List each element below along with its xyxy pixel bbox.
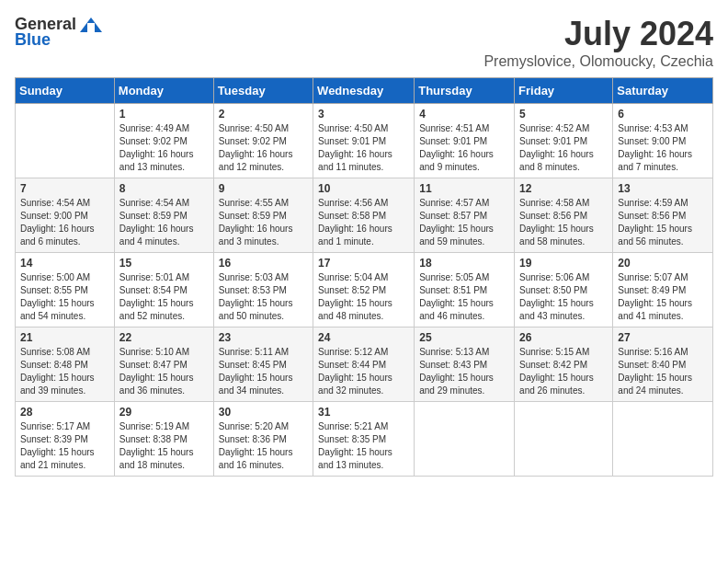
day-info: Sunrise: 4:58 AM Sunset: 8:56 PM Dayligh… bbox=[519, 197, 608, 248]
calendar-cell: 13Sunrise: 4:59 AM Sunset: 8:56 PM Dayli… bbox=[613, 178, 713, 253]
header-day-thursday: Thursday bbox=[415, 78, 515, 104]
day-number: 21 bbox=[20, 331, 109, 344]
calendar-week-row: 14Sunrise: 5:00 AM Sunset: 8:55 PM Dayli… bbox=[16, 253, 713, 327]
calendar-cell: 2Sunrise: 4:50 AM Sunset: 9:02 PM Daylig… bbox=[213, 104, 313, 178]
calendar-cell: 8Sunrise: 4:54 AM Sunset: 8:59 PM Daylig… bbox=[114, 178, 213, 253]
day-number: 23 bbox=[219, 331, 308, 344]
day-info: Sunrise: 4:55 AM Sunset: 8:59 PM Dayligh… bbox=[219, 197, 308, 248]
calendar-cell: 22Sunrise: 5:10 AM Sunset: 8:47 PM Dayli… bbox=[114, 327, 213, 402]
day-info: Sunrise: 5:16 AM Sunset: 8:40 PM Dayligh… bbox=[618, 346, 708, 397]
day-info: Sunrise: 5:19 AM Sunset: 8:38 PM Dayligh… bbox=[119, 420, 209, 472]
day-number: 28 bbox=[20, 406, 109, 419]
day-number: 9 bbox=[219, 182, 308, 195]
day-info: Sunrise: 5:10 AM Sunset: 8:47 PM Dayligh… bbox=[119, 346, 209, 397]
day-info: Sunrise: 4:51 AM Sunset: 9:01 PM Dayligh… bbox=[419, 122, 509, 174]
calendar-cell: 9Sunrise: 4:55 AM Sunset: 8:59 PM Daylig… bbox=[213, 178, 313, 253]
calendar-cell: 20Sunrise: 5:07 AM Sunset: 8:49 PM Dayli… bbox=[613, 253, 713, 327]
calendar-cell: 7Sunrise: 4:54 AM Sunset: 9:00 PM Daylig… bbox=[16, 178, 115, 253]
day-info: Sunrise: 5:01 AM Sunset: 8:54 PM Dayligh… bbox=[119, 271, 209, 323]
calendar-cell: 29Sunrise: 5:19 AM Sunset: 8:38 PM Dayli… bbox=[114, 402, 213, 477]
day-info: Sunrise: 4:54 AM Sunset: 8:59 PM Dayligh… bbox=[119, 197, 209, 248]
day-info: Sunrise: 5:04 AM Sunset: 8:52 PM Dayligh… bbox=[318, 271, 409, 323]
calendar-cell: 27Sunrise: 5:16 AM Sunset: 8:40 PM Dayli… bbox=[613, 327, 713, 402]
calendar-cell: 16Sunrise: 5:03 AM Sunset: 8:53 PM Dayli… bbox=[213, 253, 313, 327]
calendar-cell: 17Sunrise: 5:04 AM Sunset: 8:52 PM Dayli… bbox=[313, 253, 415, 327]
header-day-tuesday: Tuesday bbox=[213, 78, 313, 104]
day-info: Sunrise: 4:57 AM Sunset: 8:57 PM Dayligh… bbox=[419, 197, 509, 248]
page-header: General Blue July 2024 Premyslovice, Olo… bbox=[15, 15, 713, 70]
calendar-cell: 26Sunrise: 5:15 AM Sunset: 8:42 PM Dayli… bbox=[515, 327, 613, 402]
day-info: Sunrise: 5:07 AM Sunset: 8:49 PM Dayligh… bbox=[618, 271, 708, 323]
calendar-cell: 21Sunrise: 5:08 AM Sunset: 8:48 PM Dayli… bbox=[16, 327, 115, 402]
calendar-cell: 1Sunrise: 4:49 AM Sunset: 9:02 PM Daylig… bbox=[114, 104, 213, 178]
day-number: 29 bbox=[119, 406, 209, 419]
calendar-cell: 31Sunrise: 5:21 AM Sunset: 8:35 PM Dayli… bbox=[313, 402, 415, 477]
day-info: Sunrise: 5:20 AM Sunset: 8:36 PM Dayligh… bbox=[219, 420, 308, 472]
day-number: 2 bbox=[219, 108, 308, 121]
day-info: Sunrise: 5:06 AM Sunset: 8:50 PM Dayligh… bbox=[519, 271, 608, 323]
day-number: 26 bbox=[519, 331, 608, 344]
day-number: 24 bbox=[318, 331, 409, 344]
calendar-table: SundayMondayTuesdayWednesdayThursdayFrid… bbox=[15, 77, 713, 477]
calendar-title: July 2024 bbox=[483, 15, 713, 53]
svg-rect-1 bbox=[87, 23, 95, 32]
day-info: Sunrise: 4:52 AM Sunset: 9:01 PM Dayligh… bbox=[519, 122, 608, 174]
day-info: Sunrise: 5:21 AM Sunset: 8:35 PM Dayligh… bbox=[318, 420, 409, 472]
calendar-cell: 18Sunrise: 5:05 AM Sunset: 8:51 PM Dayli… bbox=[415, 253, 515, 327]
calendar-cell bbox=[415, 402, 515, 477]
calendar-cell: 11Sunrise: 4:57 AM Sunset: 8:57 PM Dayli… bbox=[415, 178, 515, 253]
calendar-cell: 19Sunrise: 5:06 AM Sunset: 8:50 PM Dayli… bbox=[515, 253, 613, 327]
calendar-cell: 4Sunrise: 4:51 AM Sunset: 9:01 PM Daylig… bbox=[415, 104, 515, 178]
day-number: 13 bbox=[618, 182, 708, 195]
day-number: 8 bbox=[119, 182, 209, 195]
day-info: Sunrise: 5:08 AM Sunset: 8:48 PM Dayligh… bbox=[20, 346, 109, 397]
calendar-week-row: 28Sunrise: 5:17 AM Sunset: 8:39 PM Dayli… bbox=[16, 402, 713, 477]
day-number: 5 bbox=[519, 108, 608, 121]
day-info: Sunrise: 5:12 AM Sunset: 8:44 PM Dayligh… bbox=[318, 346, 409, 397]
day-number: 31 bbox=[318, 406, 409, 419]
day-info: Sunrise: 4:59 AM Sunset: 8:56 PM Dayligh… bbox=[618, 197, 708, 248]
day-number: 3 bbox=[318, 108, 409, 121]
calendar-cell: 23Sunrise: 5:11 AM Sunset: 8:45 PM Dayli… bbox=[213, 327, 313, 402]
logo: General Blue bbox=[15, 15, 104, 50]
day-info: Sunrise: 5:05 AM Sunset: 8:51 PM Dayligh… bbox=[419, 271, 509, 323]
day-info: Sunrise: 5:11 AM Sunset: 8:45 PM Dayligh… bbox=[219, 346, 308, 397]
day-number: 12 bbox=[519, 182, 608, 195]
header-day-friday: Friday bbox=[515, 78, 613, 104]
day-number: 20 bbox=[618, 257, 708, 270]
calendar-cell: 25Sunrise: 5:13 AM Sunset: 8:43 PM Dayli… bbox=[415, 327, 515, 402]
logo-blue-text: Blue bbox=[15, 30, 51, 50]
day-number: 15 bbox=[119, 257, 209, 270]
day-number: 16 bbox=[219, 257, 308, 270]
day-info: Sunrise: 5:13 AM Sunset: 8:43 PM Dayligh… bbox=[419, 346, 509, 397]
calendar-week-row: 21Sunrise: 5:08 AM Sunset: 8:48 PM Dayli… bbox=[16, 327, 713, 402]
day-number: 30 bbox=[219, 406, 308, 419]
calendar-cell: 14Sunrise: 5:00 AM Sunset: 8:55 PM Dayli… bbox=[16, 253, 115, 327]
calendar-subtitle: Premyslovice, Olomoucky, Czechia bbox=[483, 53, 713, 70]
day-info: Sunrise: 4:50 AM Sunset: 9:01 PM Dayligh… bbox=[318, 122, 409, 174]
calendar-week-row: 1Sunrise: 4:49 AM Sunset: 9:02 PM Daylig… bbox=[16, 104, 713, 178]
calendar-cell: 12Sunrise: 4:58 AM Sunset: 8:56 PM Dayli… bbox=[515, 178, 613, 253]
day-info: Sunrise: 5:17 AM Sunset: 8:39 PM Dayligh… bbox=[20, 420, 109, 472]
day-info: Sunrise: 4:50 AM Sunset: 9:02 PM Dayligh… bbox=[219, 122, 308, 174]
header-day-saturday: Saturday bbox=[613, 78, 713, 104]
day-info: Sunrise: 5:00 AM Sunset: 8:55 PM Dayligh… bbox=[20, 271, 109, 323]
day-number: 1 bbox=[119, 108, 209, 121]
day-number: 10 bbox=[318, 182, 409, 195]
calendar-cell bbox=[16, 104, 115, 178]
header-day-wednesday: Wednesday bbox=[313, 78, 415, 104]
day-info: Sunrise: 4:54 AM Sunset: 9:00 PM Dayligh… bbox=[20, 197, 109, 248]
day-info: Sunrise: 4:56 AM Sunset: 8:58 PM Dayligh… bbox=[318, 197, 409, 248]
calendar-cell: 6Sunrise: 4:53 AM Sunset: 9:00 PM Daylig… bbox=[613, 104, 713, 178]
calendar-cell bbox=[515, 402, 613, 477]
calendar-cell: 15Sunrise: 5:01 AM Sunset: 8:54 PM Dayli… bbox=[114, 253, 213, 327]
day-number: 6 bbox=[618, 108, 708, 121]
day-info: Sunrise: 4:49 AM Sunset: 9:02 PM Dayligh… bbox=[119, 122, 209, 174]
day-number: 4 bbox=[419, 108, 509, 121]
day-number: 7 bbox=[20, 182, 109, 195]
calendar-header-row: SundayMondayTuesdayWednesdayThursdayFrid… bbox=[16, 78, 713, 104]
header-day-sunday: Sunday bbox=[16, 78, 115, 104]
title-area: July 2024 Premyslovice, Olomoucky, Czech… bbox=[483, 15, 713, 70]
day-info: Sunrise: 4:53 AM Sunset: 9:00 PM Dayligh… bbox=[618, 122, 708, 174]
day-number: 19 bbox=[519, 257, 608, 270]
